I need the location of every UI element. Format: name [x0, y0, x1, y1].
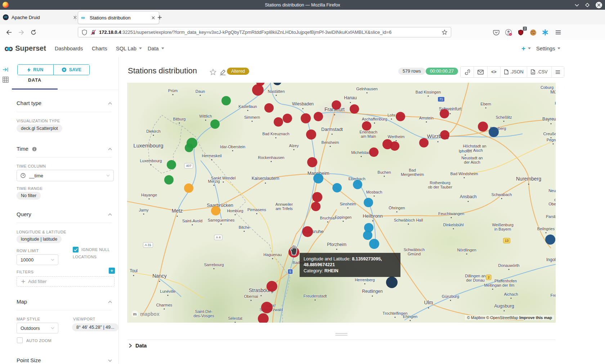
share-link-button[interactable] [461, 67, 474, 77]
tab-close-icon[interactable] [72, 14, 78, 20]
map-city-label: Sinsheim [340, 202, 356, 206]
map-city-dot [350, 102, 351, 103]
back-button[interactable] [4, 28, 14, 37]
lonlat-value[interactable]: longitude | latitude [17, 235, 62, 243]
data-panel-toggle[interactable]: Data [129, 343, 147, 349]
map-city-dot [223, 182, 224, 183]
lonlat-label: LONGITUDE & LATITUDE [17, 230, 66, 234]
map-city-dot [200, 95, 201, 96]
nav-charts[interactable]: Charts [92, 40, 107, 57]
scatter-point [332, 100, 341, 110]
scatter-point [440, 130, 449, 140]
collapse-panel-icon[interactable] [3, 67, 9, 73]
chevron-up-icon[interactable] [108, 102, 112, 105]
map-city-dot [272, 258, 273, 259]
improve-map-link[interactable]: Improve this map [519, 315, 552, 320]
chevron-down-icon [161, 47, 164, 49]
forward-button[interactable] [17, 28, 26, 37]
altered-badge[interactable]: Altered [227, 68, 249, 75]
chevron-down-icon[interactable] [108, 359, 112, 362]
embed-code-button[interactable]: <> [487, 67, 500, 77]
map-city-label: Bruchsal [320, 216, 336, 220]
map-city-label: Luxembourg [133, 143, 163, 149]
scatter-point [369, 239, 379, 249]
mapbox-logo[interactable]: m mapbox [131, 310, 160, 317]
time-column-select[interactable]: __time [17, 170, 114, 181]
section-map[interactable]: Map [17, 299, 27, 305]
road-shield-badge: 5 [287, 269, 293, 274]
nav-settings[interactable]: Settings [536, 40, 560, 57]
nav-add-button[interactable]: + [521, 40, 531, 57]
extension-asterisk-icon[interactable] [541, 28, 550, 37]
tab-stations-distribution[interactable]: ∞ Stations distribution [78, 11, 159, 24]
tab-label: Apache Druid [12, 15, 72, 20]
chart-menu-button[interactable] [551, 67, 564, 77]
favorite-star-icon[interactable] [210, 69, 216, 75]
save-button[interactable]: SAVE [53, 65, 89, 75]
export-json-button[interactable]: .JSON [500, 67, 527, 77]
section-point-size[interactable]: Point Size [17, 357, 41, 363]
map-city-label: Daun [196, 89, 205, 94]
main-area: Stations distribution Altered 579 rows 0… [119, 57, 605, 364]
cookie-icon[interactable] [529, 28, 537, 37]
map-city-dot [164, 309, 165, 310]
nav-dashboards[interactable]: Dashboards [55, 40, 83, 57]
map-city-label: Parsberg [546, 214, 556, 219]
section-query[interactable]: Query [17, 211, 31, 217]
map-city-dot [428, 308, 429, 309]
window-maximize-button[interactable] [585, 3, 590, 8]
viewport-value[interactable]: 8° 46' 45.28" | 49... [72, 323, 118, 331]
url-bar[interactable]: 172.18.0.4:32251/superset/explore/?form_… [78, 27, 451, 37]
ublock-icon[interactable]: 2 [516, 28, 525, 37]
superset-logo[interactable]: ∞ Superset [4, 43, 46, 54]
reload-button[interactable] [29, 28, 38, 37]
new-tab-button[interactable] [156, 13, 163, 21]
tab-close-icon[interactable] [150, 15, 156, 21]
shield-icon[interactable] [82, 29, 87, 35]
window-minimize-button[interactable] [575, 4, 579, 6]
add-filter-field[interactable]: Add filter [17, 276, 115, 287]
pocket-icon[interactable] [492, 28, 501, 37]
email-button[interactable] [474, 67, 487, 77]
edit-icon[interactable] [220, 69, 226, 75]
visualization-type-label: VISUALIZATION TYPE [17, 119, 60, 123]
tab-apache-druid[interactable]: Apache Druid [0, 11, 81, 23]
run-button[interactable]: RUN [18, 65, 53, 75]
firefox-menu-icon[interactable] [554, 28, 563, 37]
map-city-label: Aichach [504, 292, 518, 296]
visualization-type-value[interactable]: deck.gl Scatterplot [17, 124, 62, 132]
section-chart-type[interactable]: Chart type [17, 100, 41, 106]
ignore-null-control[interactable]: IGNORE NULL LOCATIONS [73, 246, 118, 260]
chevron-up-icon[interactable] [108, 213, 112, 216]
map-canvas[interactable]: PrümDaunNastättenGelnhausenHanauBad Kiss… [127, 83, 556, 323]
auto-zoom-checkbox[interactable] [17, 337, 23, 343]
nav-data[interactable]: Data [148, 40, 164, 57]
map-style-select[interactable]: Outdoors [17, 323, 58, 333]
map-city-dot [256, 213, 257, 214]
scatter-point [489, 127, 499, 137]
section-time[interactable]: Time [17, 146, 37, 152]
scatter-point [307, 157, 317, 167]
scatter-point [369, 147, 378, 157]
map-city-label: Erlenbach am Main [359, 130, 377, 139]
export-csv-button[interactable]: .CSV [527, 67, 551, 77]
panel-resize-handle[interactable] [335, 333, 348, 337]
account-icon[interactable] [504, 28, 513, 37]
add-filter-plus-button[interactable]: + [109, 268, 115, 274]
nav-sql-lab[interactable]: SQL Lab [116, 40, 142, 57]
insecure-lock-icon[interactable] [90, 29, 96, 35]
datasource-grid-icon[interactable] [3, 77, 9, 83]
time-range-value[interactable]: No filter [17, 192, 41, 200]
chevron-up-icon[interactable] [108, 148, 112, 150]
map-city-label: Kaiserslautern [252, 176, 279, 181]
chevron-up-icon[interactable] [108, 301, 112, 303]
map-city-label: Neumarkt in der Oberpfalz [548, 188, 556, 206]
map-attribution[interactable]: © Mapbox © OpenStreetMap Improve this ma… [465, 315, 554, 320]
ignore-null-checkbox[interactable] [73, 247, 79, 252]
map-city-label: Saint-Dié- des-Vosges [193, 309, 214, 318]
tab-data[interactable]: DATA [12, 78, 58, 83]
map-style-label: MAP STYLE [17, 317, 40, 321]
bookmark-star-icon[interactable] [442, 29, 447, 35]
row-limit-select[interactable]: 10000 [17, 254, 58, 265]
window-close-button[interactable] [596, 2, 602, 8]
